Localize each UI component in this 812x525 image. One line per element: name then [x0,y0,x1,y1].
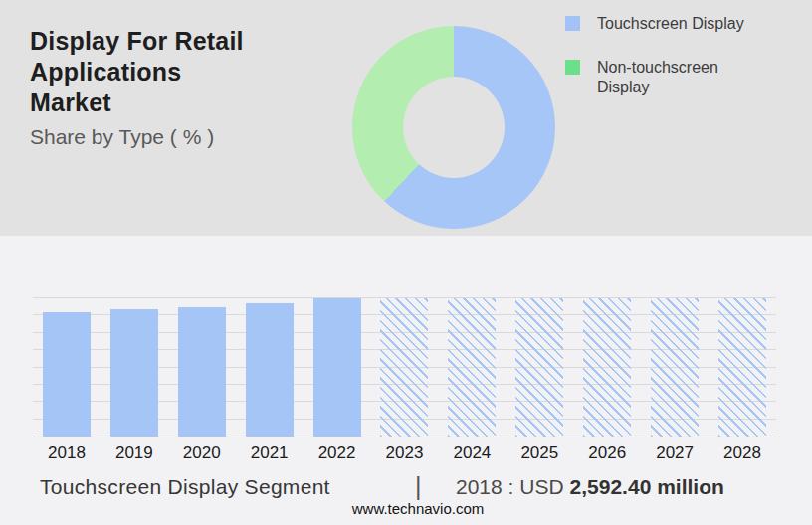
page-subtitle: Share by Type ( % ) [30,125,358,149]
bar-slot [709,298,776,437]
bars-row [33,298,776,437]
header-section: Display For Retail Applications Market S… [0,0,812,236]
bar-2022 [313,298,361,437]
forecast-bar-2026 [583,298,631,437]
legend-item: Touchscreen Display [565,14,774,34]
forecast-bar-2028 [718,298,766,437]
bar-2018 [43,312,91,437]
x-tick-label: 2027 [641,443,709,463]
value-prefix: 2018 : USD [456,475,564,498]
bar-2020 [178,307,226,437]
infographic: Display For Retail Applications Market S… [0,0,812,525]
forecast-bar-2024 [448,298,496,437]
legend-label: Non-touchscreen Display [597,58,756,97]
forecast-bar-2025 [515,298,563,437]
bar-slot [168,298,236,437]
bar-2019 [110,309,158,437]
segment-label: Touchscreen Display Segment [40,475,330,499]
bar-slot [438,298,506,437]
donut-hole [403,77,505,178]
bar-slot [101,298,168,437]
bar-2021 [246,303,294,437]
forecast-bar-2027 [651,298,699,437]
x-tick-label: 2024 [438,443,506,463]
x-tick-label: 2018 [33,443,101,463]
forecast-bar-2023 [380,298,428,437]
title-block: Display For Retail Applications Market S… [30,26,358,149]
x-tick-label: 2023 [371,443,439,463]
donut-chart [352,26,555,229]
bar-slot [506,298,573,437]
bar-slot [641,298,709,437]
value-amount: 2,592.40 million [570,475,724,498]
page-title-line2: Market [30,88,358,118]
x-tick-label: 2019 [101,443,168,463]
bar-plot [33,298,776,438]
legend-label: Touchscreen Display [597,14,756,34]
chart-section: 2018201920202021202220232024202520262027… [0,236,812,525]
legend-swatch [565,60,580,75]
x-tick-label: 2025 [506,443,573,463]
bar-slot [33,298,101,437]
x-tick-label: 2020 [168,443,236,463]
x-tick-label: 2026 [573,443,641,463]
donut-legend: Touchscreen DisplayNon-touchscreen Displ… [565,14,774,121]
bar-slot [304,298,371,437]
page-title-line1: Display For Retail Applications [30,26,358,88]
bar-slot [573,298,641,437]
bar-slot [371,298,439,437]
legend-swatch [565,16,580,31]
bar-slot [236,298,304,437]
x-tick-label: 2022 [304,443,371,463]
x-axis-labels: 2018201920202021202220232024202520262027… [33,443,776,463]
x-tick-label: 2028 [709,443,776,463]
legend-item: Non-touchscreen Display [565,58,774,97]
website-text: www.technavio.com [0,500,812,517]
x-tick-label: 2021 [236,443,304,463]
footer-separator: | [415,472,422,501]
market-value: 2018 : USD2,592.40 million [456,475,724,499]
